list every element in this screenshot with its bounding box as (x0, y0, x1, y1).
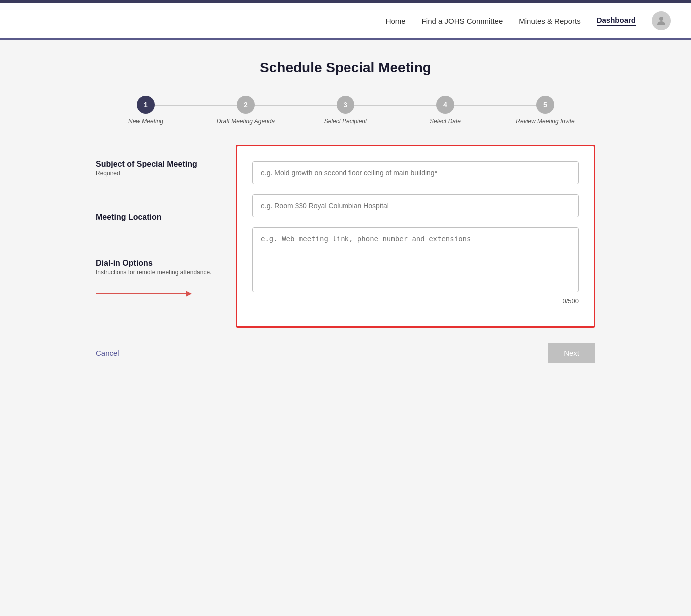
navigation: Home Find a JOHS Committee Minutes & Rep… (0, 3, 691, 40)
location-label: Meeting Location (96, 213, 226, 222)
stepper: 1 New Meeting 2 Draft Meeting Agenda 3 S… (30, 96, 661, 125)
bottom-actions: Cancel Next (96, 343, 595, 363)
subject-label: Subject of Special Meeting (96, 160, 226, 169)
arrow-annotation (96, 276, 226, 297)
subject-input[interactable] (252, 161, 579, 184)
nav-home[interactable]: Home (386, 17, 406, 25)
step-1: 1 New Meeting (96, 96, 196, 125)
dialin-label-group: Dial-in Options Instructions for remote … (96, 259, 226, 276)
location-field-group (252, 194, 579, 217)
step-3-label: Select Recipient (324, 118, 367, 125)
step-3: 3 Select Recipient (296, 96, 395, 125)
step-5-label: Review Meeting Invite (516, 118, 574, 125)
page-title: Schedule Special Meeting (30, 60, 661, 76)
nav-minutes-reports[interactable]: Minutes & Reports (519, 17, 580, 25)
form-fields-box: 0/500 (236, 145, 595, 328)
arrow-head (186, 291, 192, 297)
cancel-button[interactable]: Cancel (96, 349, 119, 357)
form-labels: Subject of Special Meeting Required Meet… (96, 145, 236, 328)
char-count: 0/500 (252, 297, 579, 305)
svg-point-0 (659, 17, 663, 21)
step-4-circle: 4 (436, 96, 454, 114)
arrow-line (96, 293, 186, 294)
step-5-circle: 5 (536, 96, 554, 114)
subject-field-group (252, 161, 579, 184)
step-4-label: Select Date (430, 118, 461, 125)
nav-find-committee[interactable]: Find a JOHS Committee (422, 17, 503, 25)
step-1-circle: 1 (137, 96, 155, 114)
dialin-field-group: 0/500 (252, 227, 579, 305)
dialin-subtitle: Instructions for remote meeting attendan… (96, 269, 226, 276)
location-input[interactable] (252, 194, 579, 217)
nav-dashboard[interactable]: Dashboard (597, 16, 636, 26)
user-avatar[interactable] (652, 11, 671, 30)
dialin-label: Dial-in Options (96, 259, 226, 268)
step-3-circle: 3 (337, 96, 354, 114)
subject-label-group: Subject of Special Meeting Required (96, 152, 226, 213)
step-2-circle: 2 (237, 96, 255, 114)
subject-required: Required (96, 170, 226, 177)
step-2: 2 Draft Meeting Agenda (196, 96, 296, 125)
step-1-label: New Meeting (128, 118, 163, 125)
dialin-textarea[interactable] (252, 227, 579, 292)
step-5: 5 Review Meeting Invite (495, 96, 595, 125)
step-4: 4 Select Date (395, 96, 495, 125)
next-button[interactable]: Next (548, 343, 595, 363)
step-2-label: Draft Meeting Agenda (217, 118, 275, 125)
location-label-group: Meeting Location (96, 213, 226, 259)
